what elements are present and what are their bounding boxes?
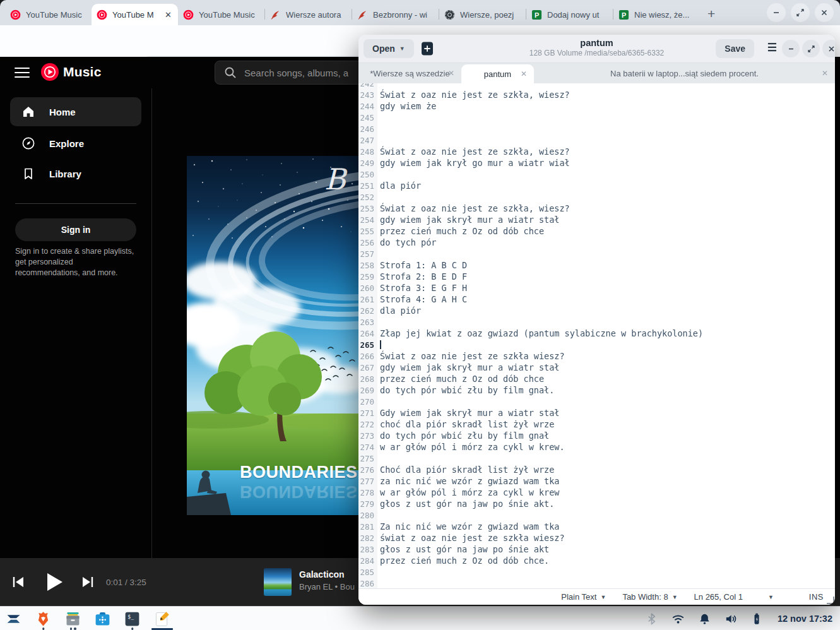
editor-line[interactable]: 273do tych pór wbić złu by film gnał — [358, 430, 835, 441]
editor-line[interactable]: 256do tych pór — [358, 237, 835, 248]
save-button[interactable]: Save — [716, 39, 754, 58]
new-tab-button[interactable]: + — [707, 8, 715, 20]
editor-line[interactable]: 285 — [358, 566, 835, 578]
editor-line[interactable]: 253Świat z oaz nie jest ze szkła, wiesz? — [358, 203, 835, 214]
editor-line[interactable]: 274w ar głów pól i mórz za cykl w krew. — [358, 441, 835, 453]
editor-line[interactable]: 249gdy wiem jak krył go mur a wiatr wiał — [358, 157, 835, 169]
editor-line[interactable]: 259Strofa 2: B E D F — [358, 271, 835, 282]
taskbar-app-files[interactable] — [63, 609, 83, 629]
previous-track-button[interactable] — [10, 558, 27, 606]
taskbar-app-zorin[interactable] — [4, 609, 23, 629]
editor-line[interactable]: 246 — [358, 123, 835, 134]
editor-line[interactable]: 281Za nic nić we wzór z gwiazd wam tka — [358, 521, 835, 532]
editor-line[interactable]: 268przez cień much z Oz od dób chce — [358, 373, 835, 384]
editor-line[interactable]: 275 — [358, 453, 835, 464]
editor-line[interactable]: 243Świat z oaz nie jest ze szkła, wiesz? — [358, 89, 835, 100]
browser-tab[interactable]: PDodaj nowy ut — [526, 4, 613, 25]
editor-line[interactable]: 260Strofa 3: E G F H — [358, 282, 835, 294]
next-track-button[interactable] — [80, 558, 96, 606]
bell-icon[interactable] — [698, 612, 711, 626]
taskbar-app-software[interactable] — [93, 609, 112, 629]
editor-line[interactable]: 254gdy wiem jak skrył mur a wiatr stał — [358, 214, 835, 225]
browser-tab-active[interactable]: YouTube M✕ — [92, 4, 178, 25]
editor-line[interactable]: 267gdy wiem jak skrył mur a wiatr stał — [358, 362, 835, 373]
editor-tab-close-icon[interactable]: ✕ — [521, 69, 527, 78]
browser-tab[interactable]: Bezbronny - wi — [352, 4, 439, 25]
browser-tab[interactable]: YouTube Music — [178, 4, 264, 25]
editor-line[interactable]: 284przez cień much z Oz od dób chce. — [358, 555, 835, 566]
browser-tab[interactable]: YouTube Music — [5, 4, 92, 25]
editor-line[interactable]: 247 — [358, 134, 835, 146]
editor-close-button[interactable] — [822, 40, 835, 57]
browser-tab[interactable]: Wiersze autora — [265, 4, 352, 25]
taskbar-app-brave[interactable] — [33, 609, 53, 629]
editor-line[interactable]: 248Świat z oaz nie jest ze szkła, wiesz? — [358, 146, 835, 157]
browser-restore-button[interactable] — [791, 3, 810, 22]
editor-line[interactable]: 242 — [358, 83, 835, 89]
editor-tab-close-icon[interactable]: ✕ — [822, 69, 828, 78]
editor-line[interactable]: 272choć dla piór skradł list żył wrze — [358, 419, 835, 430]
browser-minimize-button[interactable] — [767, 3, 786, 22]
track-thumbnail[interactable] — [264, 568, 292, 596]
editor-line[interactable]: 283głos z ust gór na jaw po śnie akt — [358, 544, 835, 555]
editor-line[interactable]: 266Świat z oaz nie jest ze szkła wiesz? — [358, 350, 835, 362]
editor-tab-active[interactable]: pantum✕ — [461, 64, 534, 83]
bluetooth-icon[interactable] — [645, 612, 658, 626]
editor-line[interactable]: 250 — [358, 169, 835, 180]
play-button[interactable] — [42, 558, 66, 606]
taskbar-app-terminal[interactable]: $_ — [122, 609, 142, 629]
language-selector[interactable]: Plain Text ▼ — [561, 592, 606, 602]
sidebar-item-library[interactable]: Library — [10, 159, 141, 188]
editor-menu-button[interactable]: ☰ — [767, 41, 777, 54]
editor-line[interactable]: 276Choć dla piór skradł list żył wrze — [358, 464, 835, 475]
cursor-position-selector[interactable]: Ln 265, Col 1 ▼ — [694, 592, 774, 602]
editor-minimize-button[interactable] — [782, 40, 800, 57]
track-artist[interactable]: Bryan EL • Bou — [299, 582, 358, 591]
editor-line[interactable]: 244gdy wiem że — [358, 100, 835, 112]
track-info[interactable]: Galacticon Bryan EL • Bou — [299, 569, 358, 591]
editor-line[interactable]: 263 — [358, 316, 835, 328]
tab-width-selector[interactable]: Tab Width: 8 ▼ — [622, 592, 677, 602]
taskbar-app-texteditor[interactable] — [152, 609, 172, 629]
clock[interactable]: 12 nov 17:32 — [778, 614, 832, 624]
editor-line[interactable]: 255przez cień much z Oz od dób chce — [358, 225, 835, 237]
open-button[interactable]: Open ▼ — [364, 39, 414, 58]
editor-line[interactable]: 257 — [358, 248, 835, 259]
track-title[interactable]: Galacticon — [299, 569, 358, 579]
sign-in-button[interactable]: Sign in — [15, 218, 136, 241]
browser-close-button[interactable] — [815, 3, 834, 22]
sidebar-item-explore[interactable]: Explore — [10, 129, 141, 158]
editor-line[interactable]: 271Gdy wiem jak skrył mur a wiatr stał — [358, 407, 835, 419]
wifi-icon[interactable] — [671, 612, 685, 626]
editor-line[interactable]: 251dla piór — [358, 180, 835, 191]
battery-icon[interactable] — [751, 612, 764, 626]
editor-line[interactable]: 261Strofa 4: G A H C — [358, 294, 835, 305]
editor-line[interactable]: 286 — [358, 578, 835, 588]
editor-line[interactable]: 270 — [358, 396, 835, 407]
editor-line[interactable]: 282świat z oaz nie jest ze szkła wiesz? — [358, 532, 835, 544]
editor-content[interactable]: 242243Świat z oaz nie jest ze szkła, wie… — [358, 83, 835, 588]
editor-line[interactable]: 269do tych pór wbić złu by film gnał. — [358, 384, 835, 396]
editor-tab-close-icon[interactable]: ✕ — [448, 69, 454, 78]
new-document-button[interactable] — [419, 40, 435, 57]
editor-line[interactable]: 262dla piór — [358, 305, 835, 316]
editor-line[interactable]: 265 — [358, 339, 835, 350]
editor-line[interactable]: 280 — [358, 509, 835, 521]
editor-line[interactable]: 264Złap jej kwiat z oaz gwiazd (pantum s… — [358, 328, 835, 339]
editor-line[interactable]: 245 — [358, 112, 835, 123]
tab-close-icon[interactable]: ✕ — [163, 10, 173, 20]
editor-line[interactable]: 258Strofa 1: A B C D — [358, 259, 835, 271]
volume-icon[interactable] — [725, 612, 738, 626]
editor-tab[interactable]: *Wiersze są wszedzie✕ — [358, 63, 461, 83]
yt-music-logo[interactable]: Music — [40, 62, 102, 81]
browser-tab[interactable]: Wiersze, poezj — [439, 4, 526, 25]
editor-line[interactable]: 278w ar głów pól i mórz za cykl w krew — [358, 487, 835, 498]
sidebar-item-home[interactable]: Home — [10, 97, 141, 126]
editor-line[interactable]: 252 — [358, 191, 835, 203]
editor-tab[interactable]: Na baterii w laptop...siąt siedem procen… — [534, 63, 835, 83]
editor-restore-button[interactable] — [802, 40, 820, 57]
yt-menu-icon[interactable] — [14, 65, 30, 80]
editor-line[interactable]: 279głos z ust gór na jaw po śnie akt. — [358, 498, 835, 509]
browser-tab[interactable]: PNie wiesz, że... — [613, 4, 700, 25]
editor-line[interactable]: 277za nic nić we wzór z gwiazd wam tka — [358, 475, 835, 487]
